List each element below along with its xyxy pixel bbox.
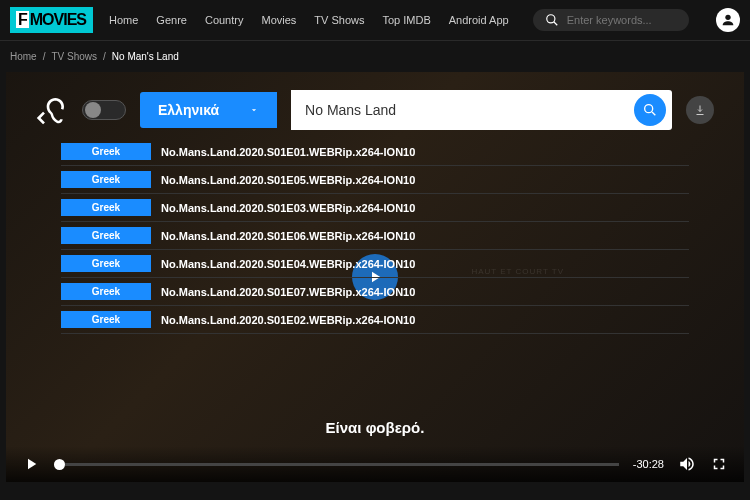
result-lang: Greek <box>61 283 151 300</box>
svg-point-0 <box>546 15 554 23</box>
search-icon <box>545 13 559 27</box>
video-controls: -30:28 <box>6 446 744 482</box>
nav-topimdb[interactable]: Top IMDB <box>382 14 430 26</box>
nav-genre[interactable]: Genre <box>156 14 187 26</box>
result-title: No.Mans.Land.2020.S01E03.WEBRip.x264-ION… <box>151 202 415 214</box>
progress-bar[interactable] <box>54 463 619 466</box>
svg-line-1 <box>553 22 557 26</box>
breadcrumb-home[interactable]: Home <box>10 51 37 62</box>
main-nav: Home Genre Country Movies TV Shows Top I… <box>109 14 509 26</box>
subtitle-search-button[interactable] <box>634 94 666 126</box>
video-player: HAUT ET COURT TV Ελληνικά GreekNo.Mans.L… <box>6 72 744 482</box>
subtitle-result-row[interactable]: GreekNo.Mans.Land.2020.S01E03.WEBRip.x26… <box>61 194 689 222</box>
subtitle-search <box>291 90 672 130</box>
video-subtitle: Είναι φοβερό. <box>6 419 744 436</box>
result-lang: Greek <box>61 143 151 160</box>
subtitle-search-input[interactable] <box>291 90 634 130</box>
time-remaining: -30:28 <box>633 458 664 470</box>
result-lang: Greek <box>61 255 151 272</box>
language-label: Ελληνικά <box>158 102 219 118</box>
result-title: No.Mans.Land.2020.S01E05.WEBRip.x264-ION… <box>151 174 415 186</box>
svg-line-4 <box>652 112 655 115</box>
fullscreen-icon[interactable] <box>710 455 728 473</box>
download-button[interactable] <box>686 96 714 124</box>
download-icon <box>694 104 706 116</box>
volume-icon[interactable] <box>678 455 696 473</box>
header-search-input[interactable] <box>567 14 677 26</box>
breadcrumb-current: No Man's Land <box>112 51 179 62</box>
result-title: No.Mans.Land.2020.S01E01.WEBRip.x264-ION… <box>151 146 415 158</box>
nav-tvshows[interactable]: TV Shows <box>314 14 364 26</box>
nav-android[interactable]: Android App <box>449 14 509 26</box>
result-lang: Greek <box>61 171 151 188</box>
subtitle-result-row[interactable]: GreekNo.Mans.Land.2020.S01E07.WEBRip.x26… <box>61 278 689 306</box>
nav-country[interactable]: Country <box>205 14 244 26</box>
nav-movies[interactable]: Movies <box>261 14 296 26</box>
nav-home[interactable]: Home <box>109 14 138 26</box>
subtitle-result-row[interactable]: GreekNo.Mans.Land.2020.S01E02.WEBRip.x26… <box>61 306 689 334</box>
search-icon <box>642 102 658 118</box>
breadcrumb: Home / TV Shows / No Man's Land <box>0 40 750 72</box>
result-lang: Greek <box>61 199 151 216</box>
result-title: No.Mans.Land.2020.S01E07.WEBRip.x264-ION… <box>151 286 415 298</box>
person-icon <box>720 12 736 28</box>
subtitle-toggle[interactable] <box>82 100 126 120</box>
result-lang: Greek <box>61 311 151 328</box>
result-lang: Greek <box>61 227 151 244</box>
result-title: No.Mans.Land.2020.S01E06.WEBRip.x264-ION… <box>151 230 415 242</box>
chevron-down-icon <box>249 105 259 115</box>
header-search[interactable] <box>533 9 689 31</box>
user-avatar[interactable] <box>716 8 740 32</box>
site-logo[interactable]: FMOVIES <box>10 7 93 33</box>
result-title: No.Mans.Land.2020.S01E04.WEBRip.x264-ION… <box>151 258 415 270</box>
language-dropdown[interactable]: Ελληνικά <box>140 92 277 128</box>
svg-point-2 <box>725 15 730 20</box>
top-header: FMOVIES Home Genre Country Movies TV Sho… <box>0 0 750 40</box>
subtitle-result-row[interactable]: GreekNo.Mans.Land.2020.S01E06.WEBRip.x26… <box>61 222 689 250</box>
result-title: No.Mans.Land.2020.S01E02.WEBRip.x264-ION… <box>151 314 415 326</box>
accessibility-icon <box>36 94 68 126</box>
breadcrumb-tvshows[interactable]: TV Shows <box>51 51 97 62</box>
subtitle-result-row[interactable]: GreekNo.Mans.Land.2020.S01E05.WEBRip.x26… <box>61 166 689 194</box>
play-control-icon[interactable] <box>22 455 40 473</box>
svg-point-3 <box>645 105 653 113</box>
subtitle-result-row[interactable]: GreekNo.Mans.Land.2020.S01E04.WEBRip.x26… <box>61 250 689 278</box>
subtitle-controls: Ελληνικά <box>36 90 714 130</box>
subtitle-results: GreekNo.Mans.Land.2020.S01E01.WEBRip.x26… <box>61 138 689 334</box>
subtitle-result-row[interactable]: GreekNo.Mans.Land.2020.S01E01.WEBRip.x26… <box>61 138 689 166</box>
